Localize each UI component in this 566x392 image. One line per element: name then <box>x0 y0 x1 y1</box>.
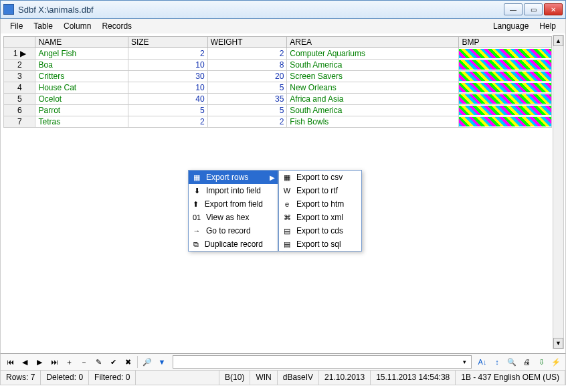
nav-commit-button[interactable]: ✔ <box>106 355 120 369</box>
menu-table[interactable]: Table <box>28 20 58 32</box>
col-weight[interactable]: WEIGHT <box>207 37 287 48</box>
nav-edit-button[interactable]: ✎ <box>92 355 105 369</box>
export-icon: ⬆ <box>191 199 201 209</box>
cell-bmp[interactable] <box>459 116 552 128</box>
cell-area[interactable]: Computer Aquariums <box>287 48 459 60</box>
menu-item-label: Import into field <box>206 186 261 195</box>
table-row[interactable]: 2Boa108South America <box>4 60 552 71</box>
menu-item-import-into-field[interactable]: ⬇Import into field <box>189 184 278 197</box>
table-row[interactable]: 3Critters3020Screen Savers <box>4 71 552 82</box>
menu-help[interactable]: Help <box>534 20 561 32</box>
row-number: 5 <box>4 94 35 105</box>
nav-next-button[interactable]: ▶ <box>33 355 46 369</box>
cell-area[interactable]: New Orleans <box>287 82 459 94</box>
cell-weight[interactable]: 5 <box>207 82 287 94</box>
menu-item-export-to-rtf[interactable]: WExport to rtf <box>279 184 361 197</box>
cell-weight[interactable]: 8 <box>207 60 287 71</box>
cell-size[interactable]: 2 <box>128 116 207 128</box>
cell-weight[interactable]: 20 <box>207 71 287 82</box>
cell-bmp[interactable] <box>459 105 552 116</box>
menu-item-go-to-record[interactable]: →Go to record <box>189 224 278 237</box>
cell-weight[interactable]: 2 <box>207 116 287 128</box>
cell-name[interactable]: Critters <box>35 71 128 82</box>
find-button[interactable]: 🔎 <box>140 355 154 369</box>
menu-item-export-to-csv[interactable]: ▦Export to csv <box>279 171 361 184</box>
cell-name[interactable]: House Cat <box>35 82 128 94</box>
data-grid[interactable]: NAME SIZE WEIGHT AREA BMP 1 ▶Angel Fish2… <box>3 36 552 128</box>
app-icon <box>3 4 14 15</box>
refresh-button[interactable]: ⚡ <box>549 355 563 369</box>
export-button[interactable]: ⇩ <box>535 355 548 369</box>
filter-button[interactable]: ▼ <box>155 355 169 369</box>
sort-desc-button[interactable]: ↕ <box>490 355 504 369</box>
nav-last-button[interactable]: ⏭ <box>48 355 61 369</box>
minimize-button[interactable]: — <box>504 3 523 15</box>
cell-size[interactable]: 40 <box>128 94 207 105</box>
cell-weight[interactable]: 35 <box>207 94 287 105</box>
table-row[interactable]: 5Ocelot4035Africa and Asia <box>4 94 552 105</box>
table-row[interactable]: 6Parrot55South America <box>4 105 552 116</box>
cell-name[interactable]: Tetras <box>35 116 128 128</box>
col-rownum[interactable] <box>4 37 35 48</box>
cell-name[interactable]: Ocelot <box>35 94 128 105</box>
cell-name[interactable]: Angel Fish <box>35 48 128 60</box>
menu-item-export-to-xml[interactable]: ⌘Export to xml <box>279 211 361 224</box>
context-submenu: ▦Export to csvWExport to rtfeExport to h… <box>278 170 362 252</box>
cell-area[interactable]: Screen Savers <box>287 71 459 82</box>
cell-area[interactable]: Fish Bowls <box>287 116 459 128</box>
menu-file[interactable]: File <box>5 20 28 32</box>
cell-area[interactable]: South America <box>287 60 459 71</box>
cell-weight[interactable]: 2 <box>207 48 287 60</box>
bmp-thumbnail-icon <box>459 106 551 115</box>
cell-size[interactable]: 10 <box>128 82 207 94</box>
maximize-button[interactable]: ▭ <box>524 3 543 15</box>
menu-item-export-to-sql[interactable]: ▤Export to sql <box>279 237 361 251</box>
menu-language[interactable]: Language <box>488 20 534 32</box>
scroll-up-icon[interactable]: ▲ <box>553 35 563 46</box>
zoom-button[interactable]: 🔍 <box>505 355 518 369</box>
cell-bmp[interactable] <box>459 71 552 82</box>
cell-bmp[interactable] <box>459 94 552 105</box>
row-number: 3 <box>4 71 35 82</box>
status-date1: 21.10.2013 <box>319 371 371 385</box>
nav-delete-button[interactable]: － <box>77 355 90 369</box>
menu-item-view-as-hex[interactable]: 01View as hex <box>189 211 278 224</box>
scroll-down-icon[interactable]: ▼ <box>553 338 563 349</box>
menu-item-export-to-cds[interactable]: ▤Export to cds <box>279 224 361 237</box>
col-area[interactable]: AREA <box>287 37 459 48</box>
cell-size[interactable]: 2 <box>128 48 207 60</box>
close-button[interactable]: ✕ <box>544 3 563 15</box>
menu-column[interactable]: Column <box>58 20 96 32</box>
nav-cancel-button[interactable]: ✖ <box>121 355 134 369</box>
nav-first-button[interactable]: ⏮ <box>3 355 17 369</box>
filter-combo[interactable]: ▾ <box>173 355 472 369</box>
menu-item-export-from-field[interactable]: ⬆Export from field <box>189 197 278 211</box>
nav-add-button[interactable]: ＋ <box>62 355 76 369</box>
col-size[interactable]: SIZE <box>128 37 207 48</box>
col-name[interactable]: NAME <box>35 37 128 48</box>
cell-bmp[interactable] <box>459 48 552 60</box>
vertical-scrollbar[interactable]: ▲ ▼ <box>553 35 564 349</box>
print-button[interactable]: 🖨 <box>520 355 533 369</box>
menu-records[interactable]: Records <box>96 20 137 32</box>
table-row[interactable]: 7Tetras22Fish Bowls <box>4 116 552 128</box>
menu-item-export-rows[interactable]: ▦Export rows▶ <box>189 171 278 184</box>
cell-bmp[interactable] <box>459 60 552 71</box>
menu-item-duplicate-record[interactable]: ⧉Duplicate record <box>189 237 278 251</box>
cell-name[interactable]: Boa <box>35 60 128 71</box>
table-row[interactable]: 4House Cat105New Orleans <box>4 82 552 94</box>
cell-weight[interactable]: 5 <box>207 105 287 116</box>
sort-asc-button[interactable]: A↓ <box>476 355 489 369</box>
table-row[interactable]: 1 ▶Angel Fish22Computer Aquariums <box>4 48 552 60</box>
cell-size[interactable]: 10 <box>128 60 207 71</box>
nav-prev-button[interactable]: ◀ <box>18 355 31 369</box>
menu-item-label: Export to sql <box>296 239 341 249</box>
cell-area[interactable]: Africa and Asia <box>287 94 459 105</box>
cell-name[interactable]: Parrot <box>35 105 128 116</box>
col-bmp[interactable]: BMP <box>459 37 552 48</box>
cell-bmp[interactable] <box>459 82 552 94</box>
cell-size[interactable]: 30 <box>128 71 207 82</box>
cell-size[interactable]: 5 <box>128 105 207 116</box>
menu-item-export-to-htm[interactable]: eExport to htm <box>279 197 361 211</box>
cell-area[interactable]: South America <box>287 105 459 116</box>
